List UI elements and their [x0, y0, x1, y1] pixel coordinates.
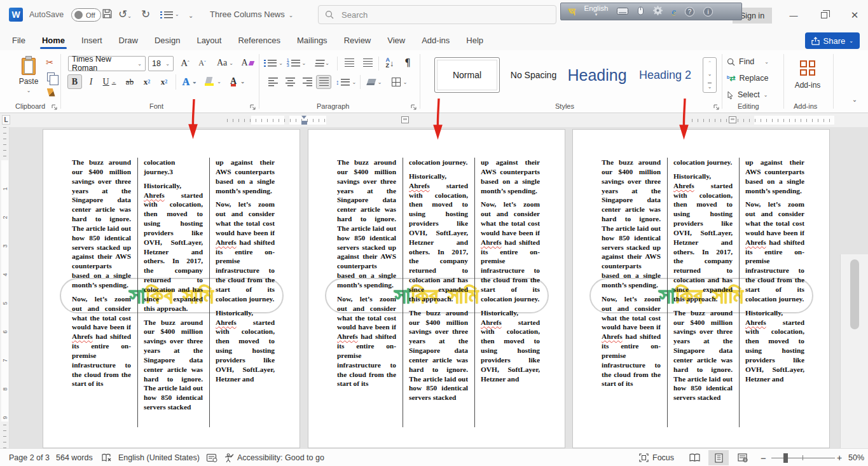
tab-stop-selector[interactable]: L: [2, 115, 10, 125]
read-mode-button[interactable]: [684, 450, 705, 465]
font-size-combo[interactable]: 18⌄: [148, 56, 174, 71]
tab-mailings[interactable]: Mailings: [289, 30, 336, 50]
tab-view[interactable]: View: [379, 30, 413, 50]
shrink-font-button[interactable]: Aˇ: [195, 56, 210, 70]
line-spacing-button[interactable]: ↕⌄: [334, 75, 357, 89]
paragraph[interactable]: The buzz around our $400 million savings…: [602, 158, 661, 290]
keyboard-icon[interactable]: [617, 7, 628, 17]
strikethrough-button[interactable]: ab: [122, 74, 137, 89]
paragraph[interactable]: Now, let’s zoom out and consider what th…: [72, 294, 131, 388]
justify-button[interactable]: [316, 75, 331, 89]
paragraph[interactable]: Now, let’s zoom out and consider what th…: [745, 200, 804, 303]
page3-column-2[interactable]: colocation journey. Historically, Ahrefs…: [673, 158, 733, 427]
paragraph-dialog-launcher[interactable]: [410, 102, 417, 113]
info-icon[interactable]: i: [703, 7, 713, 17]
proofing-errors-button[interactable]: [102, 449, 112, 466]
paragraph[interactable]: colocation journey.: [409, 158, 468, 167]
close-button[interactable]: ✕: [845, 8, 864, 23]
language-indicator[interactable]: English (United States): [118, 449, 200, 466]
bullets-qat-button[interactable]: ⌄: [160, 8, 179, 21]
increase-indent-button[interactable]: [359, 57, 376, 69]
italic-button[interactable]: I: [85, 74, 97, 89]
document-title[interactable]: Three Colums News⌄: [210, 10, 293, 19]
underline-button[interactable]: U⌄: [99, 74, 120, 89]
help-icon[interactable]: ?: [685, 7, 694, 17]
paragraph[interactable]: The buzz around our $400 million savings…: [72, 158, 131, 290]
paragraph[interactable]: up against their AWS counterparts based …: [481, 158, 540, 195]
indent-marker[interactable]: [301, 116, 307, 125]
save-button[interactable]: [102, 8, 113, 22]
zoom-level[interactable]: 50%: [848, 449, 864, 466]
paragraph[interactable]: Historically, Ahrefs started with coloca…: [673, 172, 733, 304]
settings-gear-icon[interactable]: [653, 6, 663, 17]
grow-font-button[interactable]: Aˆ: [177, 56, 193, 70]
paragraph[interactable]: Now, let’s zoom out and consider what th…: [602, 294, 661, 388]
page2-column-1[interactable]: The buzz around our $400 million savings…: [337, 158, 396, 427]
avro-language-selector[interactable]: English▾: [584, 5, 609, 18]
collapse-ribbon-button[interactable]: ⌄: [847, 93, 862, 105]
style-normal[interactable]: Normal: [434, 57, 500, 93]
tab-insert[interactable]: Insert: [73, 30, 111, 50]
customize-qat-button[interactable]: ⌄: [188, 8, 193, 22]
undo-button[interactable]: ↺⌄: [118, 8, 132, 23]
font-dialog-launcher[interactable]: [249, 102, 256, 113]
font-name-combo[interactable]: Times New Roman⌄: [68, 56, 146, 71]
word-count[interactable]: 564 words: [56, 449, 93, 466]
select-button[interactable]: Select⌄: [727, 88, 780, 101]
page1-column-1[interactable]: The buzz around our $400 million savings…: [72, 158, 131, 427]
page3-column-3[interactable]: up against their AWS counterparts based …: [745, 158, 804, 427]
document-page-3[interactable]: সাকিব সামি The buzz around our $400 mill…: [572, 129, 830, 448]
page2-column-3[interactable]: up against their AWS counterparts based …: [481, 158, 540, 427]
vertical-scrollbar[interactable]: [840, 254, 868, 466]
page3-column-1[interactable]: The buzz around our $400 million savings…: [602, 158, 661, 427]
minimize-button[interactable]: —: [784, 8, 803, 23]
align-right-button[interactable]: [300, 75, 315, 89]
text-predictions-button[interactable]: [207, 449, 217, 466]
paragraph[interactable]: Historically, Ahrefs started with coloca…: [409, 172, 468, 304]
paragraph[interactable]: The buzz around our $400 million savings…: [337, 158, 396, 290]
paste-button[interactable]: Paste ⌄: [14, 55, 43, 97]
tab-review[interactable]: Review: [336, 30, 380, 50]
paragraph[interactable]: Now, let’s zoom out and consider what th…: [337, 294, 396, 388]
tab-layout[interactable]: Layout: [188, 30, 230, 50]
document-page-1[interactable]: সাকিব সামি The buzz around our $400 mill…: [43, 129, 300, 448]
zoom-slider-track[interactable]: [771, 458, 835, 458]
tab-home[interactable]: Home: [34, 30, 73, 50]
paragraph[interactable]: The buzz around our $400 million savings…: [673, 308, 733, 402]
decrease-indent-button[interactable]: [341, 57, 357, 69]
share-button[interactable]: Share ⌄: [805, 32, 860, 49]
subscript-button[interactable]: x2: [139, 74, 155, 89]
styles-dialog-launcher[interactable]: [713, 102, 720, 113]
sort-button[interactable]: AZ↓: [382, 55, 398, 71]
bold-button[interactable]: B: [67, 74, 82, 89]
numbering-button[interactable]: 123⌄: [286, 57, 307, 69]
avro-mouse-tool-icon[interactable]: [637, 6, 644, 17]
vertical-ruler[interactable]: 1 2 3 4 5 6 7 8 9: [0, 127, 10, 448]
tab-references[interactable]: References: [230, 30, 288, 50]
format-painter-button[interactable]: [43, 86, 59, 99]
scrollbar-thumb[interactable]: [850, 259, 859, 329]
avro-keyboard-toolbar[interactable]: অ English▾ e ? i: [560, 3, 742, 20]
document-page-2[interactable]: সাকিব সামি The buzz around our $400 mill…: [308, 129, 565, 448]
focus-mode-button[interactable]: Focus: [639, 449, 674, 466]
document-canvas[interactable]: 1 2 3 4 5 6 7 8 9 সাকিব সামি The buzz ar…: [0, 127, 868, 448]
font-color-button[interactable]: A ⌄: [226, 74, 248, 89]
align-center-button[interactable]: [282, 75, 298, 89]
zoom-out-button[interactable]: −: [761, 449, 766, 466]
avro-logo-icon[interactable]: অ: [568, 5, 575, 18]
tab-addins[interactable]: Add-ins: [413, 30, 458, 50]
add-ins-button[interactable]: Add-ins: [789, 55, 827, 95]
text-effects-button[interactable]: A⌄: [179, 74, 200, 89]
paragraph[interactable]: Now, let’s zoom out and consider what th…: [216, 200, 275, 303]
horizontal-ruler[interactable]: L: [0, 113, 868, 127]
borders-button[interactable]: ⌄: [388, 75, 411, 89]
paragraph[interactable]: Historically, Ahrefs started with coloca…: [481, 308, 540, 384]
tab-draw[interactable]: Draw: [111, 30, 146, 50]
maximize-restore-button[interactable]: [815, 8, 834, 23]
zoom-in-button[interactable]: +: [837, 449, 842, 466]
paragraph[interactable]: up against their AWS counterparts based …: [216, 158, 275, 195]
word-app-icon[interactable]: W: [9, 8, 23, 22]
web-layout-button[interactable]: [733, 450, 753, 465]
page2-column-2[interactable]: colocation journey. Historically, Ahrefs…: [409, 158, 468, 427]
paragraph[interactable]: up against their AWS counterparts based …: [745, 158, 804, 195]
